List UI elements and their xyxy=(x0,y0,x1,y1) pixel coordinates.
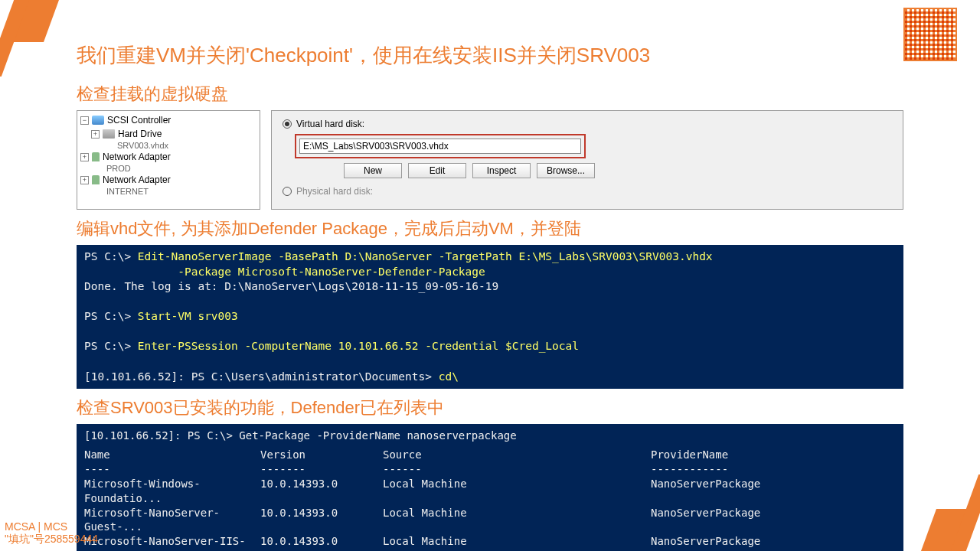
package-table-header: NameVersionSourceProviderName xyxy=(84,448,896,462)
radio-unselected-icon xyxy=(283,187,292,196)
tree-label: Network Adapter xyxy=(103,174,171,185)
powershell-block-2: [10.101.66.52]: PS C:\> Get-Package -Pro… xyxy=(77,424,903,551)
section-heading-check-packages: 检查SRV003已安装的功能，Defender已在列表中 xyxy=(77,396,903,419)
vhd-path-input[interactable] xyxy=(299,139,581,154)
tree-item-network1[interactable]: + Network Adapter xyxy=(77,150,260,164)
browse-button[interactable]: Browse... xyxy=(537,163,595,178)
tree-item-scsi[interactable]: − SCSI Controller xyxy=(77,113,260,127)
tree-sublabel: SRV003.vhdx xyxy=(77,141,260,150)
tree-sublabel: PROD xyxy=(77,164,260,173)
radio-virtual-disk[interactable]: Virtual hard disk: xyxy=(283,119,892,129)
tree-sublabel: INTERNET xyxy=(77,187,260,196)
tree-label: SCSI Controller xyxy=(107,115,171,126)
edit-button[interactable]: Edit xyxy=(408,163,466,178)
qr-code xyxy=(903,8,957,61)
vhd-path-highlight xyxy=(295,134,586,158)
radio-selected-icon xyxy=(283,119,292,129)
section-heading-edit-vhd: 编辑vhd文件, 为其添加Defender Package，完成后启动VM，并登… xyxy=(77,217,903,240)
ps-command: Get-Package -ProviderName nanoserverpack… xyxy=(239,429,516,442)
harddrive-icon xyxy=(103,129,115,139)
tree-label: Hard Drive xyxy=(118,129,162,139)
hardware-tree: − SCSI Controller + Hard Drive SRV003.vh… xyxy=(77,110,260,210)
inspect-button[interactable]: Inspect xyxy=(472,163,531,178)
package-row: Microsoft-Windows-Foundatio...10.0.14393… xyxy=(84,477,896,506)
tree-item-network2[interactable]: + Network Adapter xyxy=(77,173,260,187)
vhd-settings-panel: Virtual hard disk: New Edit Inspect Brow… xyxy=(271,110,903,210)
radio-label: Physical hard disk: xyxy=(296,186,373,197)
expand-icon[interactable]: + xyxy=(80,176,89,184)
network-icon xyxy=(92,152,100,161)
footer-line-2: "填坑"号258559444 xyxy=(5,533,98,546)
expand-icon[interactable]: + xyxy=(91,130,100,139)
footer: MCSA | MCS "填坑"号258559444 xyxy=(5,520,98,546)
ps-prompt: [10.101.66.52]: PS C:\> xyxy=(84,429,239,442)
footer-line-1: MCSA | MCS xyxy=(5,520,98,533)
radio-label: Virtual hard disk: xyxy=(296,119,364,129)
package-table-divider: ----------------------------- xyxy=(84,462,896,477)
scsi-icon xyxy=(92,116,104,125)
powershell-block-1: PS C:\> Edit-NanoServerImage -BasePath D… xyxy=(77,245,903,389)
package-row: Microsoft-NanoServer-Guest-...10.0.14393… xyxy=(84,506,896,535)
page-title: 我们重建VM并关闭'Checkpoint'，使用在线安装IIS并关闭SRV003 xyxy=(77,42,903,69)
tree-item-harddrive[interactable]: + Hard Drive xyxy=(77,127,260,141)
expand-icon[interactable]: + xyxy=(80,153,89,161)
tree-label: Network Adapter xyxy=(103,152,171,162)
network-icon xyxy=(92,175,100,184)
package-row: Microsoft-NanoServer-IIS-Pa...10.0.14393… xyxy=(84,534,896,551)
collapse-icon[interactable]: − xyxy=(80,116,89,125)
radio-physical-disk[interactable]: Physical hard disk: xyxy=(283,186,892,197)
section-heading-vhd-check: 检查挂载的虚拟硬盘 xyxy=(77,83,903,106)
new-button[interactable]: New xyxy=(344,163,402,178)
